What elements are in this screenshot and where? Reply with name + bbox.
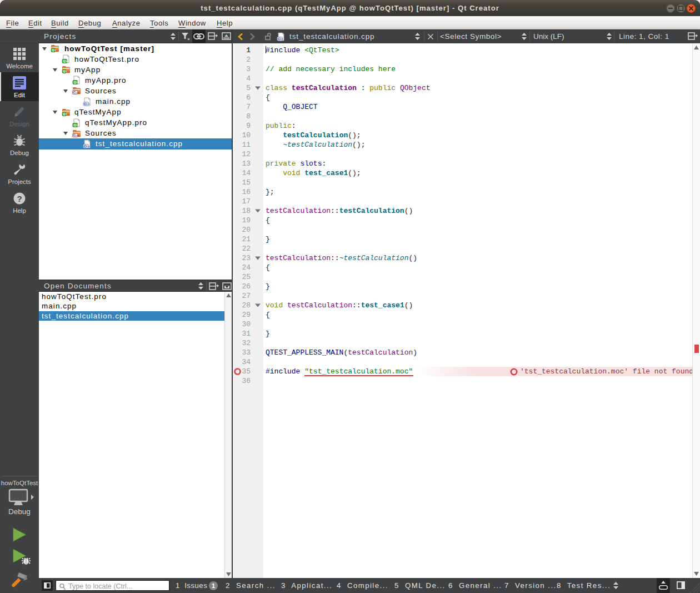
svg-text:?: ? [17,194,22,203]
